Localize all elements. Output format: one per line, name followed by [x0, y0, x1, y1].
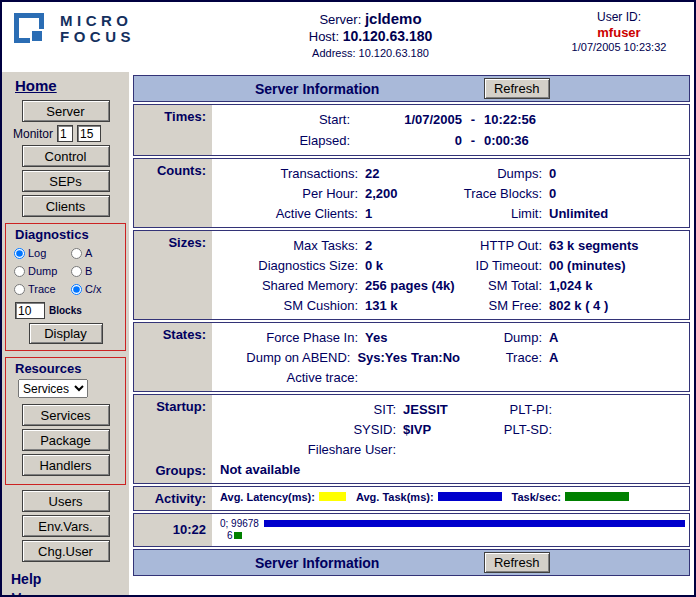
field-transactions: Transactions:22 — [220, 166, 460, 181]
refresh-button-bottom[interactable]: Refresh — [484, 552, 550, 573]
field-sysid: SYSID:$IVP — [220, 422, 482, 437]
field-label: Dump on ABEND: — [220, 350, 350, 365]
home-link[interactable]: Home — [15, 77, 57, 94]
field-label: Fileshare User: — [220, 442, 396, 457]
help-label: Help — [11, 571, 129, 587]
field-value: 1 — [358, 206, 372, 221]
activity-section-label: Activity: — [140, 491, 206, 506]
field-trace-state: Trace:A — [460, 350, 689, 365]
blocks-row: Blocks — [15, 302, 123, 319]
monitor-row: Monitor — [13, 125, 129, 142]
field-sm-free: SM Free:802 k ( 4 ) — [460, 298, 689, 313]
main-content: Server Information Refresh Times: Start:… — [129, 72, 694, 595]
field-value: A — [542, 350, 558, 365]
activity-line2: 6 — [220, 530, 687, 541]
activity-line2-value: 6 — [220, 530, 234, 541]
field-label: Trace Blocks: — [460, 186, 542, 201]
logo-line1: MICRO — [60, 13, 135, 29]
handlers-button[interactable]: Handlers — [22, 454, 110, 476]
trace-radio[interactable] — [14, 284, 25, 295]
times-section: Times: Start: 1/07/2005 - 10:22:56 Elaps… — [133, 104, 690, 156]
chg-user-button[interactable]: Chg.User — [22, 540, 110, 562]
resources-select[interactable]: Services — [18, 379, 88, 398]
field-trace-blocks: Trace Blocks:0 — [460, 186, 689, 201]
field-label: Trace: — [460, 350, 542, 365]
states-section: States: Force Phase In:Yes Dump:A Dump o… — [133, 322, 690, 392]
blocks-input[interactable] — [15, 302, 45, 319]
file-cx-radio[interactable] — [71, 284, 82, 295]
log-radio-label: Log — [28, 247, 46, 259]
field-value: 0 — [542, 186, 556, 201]
display-button[interactable]: Display — [29, 323, 103, 344]
field-label: Active Clients: — [220, 206, 358, 221]
info-row: Active trace: — [220, 367, 689, 387]
field-shared-memory: Shared Memory:256 pages (4k) — [220, 278, 460, 293]
file-a-radio[interactable] — [71, 248, 82, 259]
refresh-button-top[interactable]: Refresh — [484, 78, 550, 99]
activity-time-label: 10:22 — [140, 522, 206, 537]
field-http-out: HTTP Out:63 k segments — [460, 238, 689, 253]
activity-task-bar — [264, 520, 685, 527]
server-name: jcldemo — [365, 10, 422, 27]
field-label: Active trace: — [220, 370, 358, 385]
field-value — [358, 370, 365, 385]
address-label: Address: — [312, 47, 355, 59]
elapsed-row: Elapsed: 0 - 0:00:36 — [220, 130, 689, 151]
resources-title: Resources — [15, 361, 123, 376]
header-datetime: 1/07/2005 10:23:32 — [544, 41, 694, 53]
field-sit: SIT:JESSIT — [220, 402, 482, 417]
clients-button[interactable]: Clients — [22, 195, 110, 217]
field-label: PLT-PI: — [482, 402, 552, 417]
info-row: Force Phase In:Yes Dump:A — [220, 327, 689, 347]
field-value: 22 — [358, 166, 379, 181]
elapsed-label: Elapsed: — [220, 133, 350, 148]
field-dumps: Dumps:0 — [460, 166, 689, 181]
file-b-radio[interactable] — [71, 266, 82, 277]
dump-radio[interactable] — [14, 266, 25, 277]
logo-inner-square — [30, 29, 44, 43]
field-value: 2,200 — [358, 186, 398, 201]
sizes-section-label: Sizes: — [140, 235, 206, 250]
seps-button[interactable]: SEPs — [22, 170, 110, 192]
users-button[interactable]: Users — [22, 490, 110, 512]
menu-link[interactable]: Menu — [11, 590, 44, 597]
field-label: SIT: — [220, 402, 396, 417]
legend-task-swatch — [438, 492, 502, 501]
start-row: Start: 1/07/2005 - 10:22:56 — [220, 109, 689, 130]
field-plt-sd: PLT-SD: — [482, 422, 689, 437]
field-label: ID Timeout: — [460, 258, 542, 273]
server-identity: Server: jcldemo Host: 10.120.63.180 Addr… — [197, 2, 544, 72]
monitor-interval-input[interactable] — [57, 125, 73, 142]
field-force-phase-in: Force Phase In:Yes — [220, 330, 460, 345]
activity-data-section: 10:22 0; 99678 6 — [133, 513, 690, 547]
package-button[interactable]: Package — [22, 429, 110, 451]
start-label: Start: — [220, 112, 350, 127]
log-radio[interactable] — [14, 248, 25, 259]
resources-panel: Resources Services Services Package Hand… — [5, 357, 126, 485]
trace-radio-label: Trace — [28, 283, 56, 295]
control-button[interactable]: Control — [22, 145, 110, 167]
startup-section-label: Startup: — [140, 399, 206, 414]
activity-line1-value: 0; 99678 — [220, 518, 264, 529]
field-label: Max Tasks: — [220, 238, 358, 253]
field-value: 63 k segments — [542, 238, 639, 253]
activity-legend: Avg. Latency(ms): Avg. Task(ms): Task/se… — [220, 487, 689, 506]
field-per-hour: Per Hour:2,200 — [220, 186, 460, 201]
page-title-bottom: Server Information — [134, 555, 500, 571]
services-button[interactable]: Services — [22, 404, 110, 426]
field-value: 256 pages (4k) — [358, 278, 455, 293]
blocks-label: Blocks — [49, 305, 82, 316]
field-active-clients: Active Clients:1 — [220, 206, 460, 221]
server-button[interactable]: Server — [22, 100, 110, 122]
counts-section: Counts: Transactions:22 Dumps:0 Per Hour… — [133, 158, 690, 228]
activity-line1: 0; 99678 — [220, 517, 687, 530]
field-sm-total: SM Total:1,024 k — [460, 278, 689, 293]
field-label: Limit: — [460, 206, 542, 221]
sizes-section: Sizes: Max Tasks:2 HTTP Out:63 k segment… — [133, 230, 690, 320]
monitor-count-input[interactable] — [77, 125, 101, 142]
env-vars-button[interactable]: Env.Vars. — [22, 515, 110, 537]
info-row: Max Tasks:2 HTTP Out:63 k segments — [220, 235, 689, 255]
field-label: SYSID: — [220, 422, 396, 437]
states-section-label: States: — [140, 327, 206, 342]
info-row: Active Clients:1 Limit:Unlimited — [220, 203, 689, 223]
